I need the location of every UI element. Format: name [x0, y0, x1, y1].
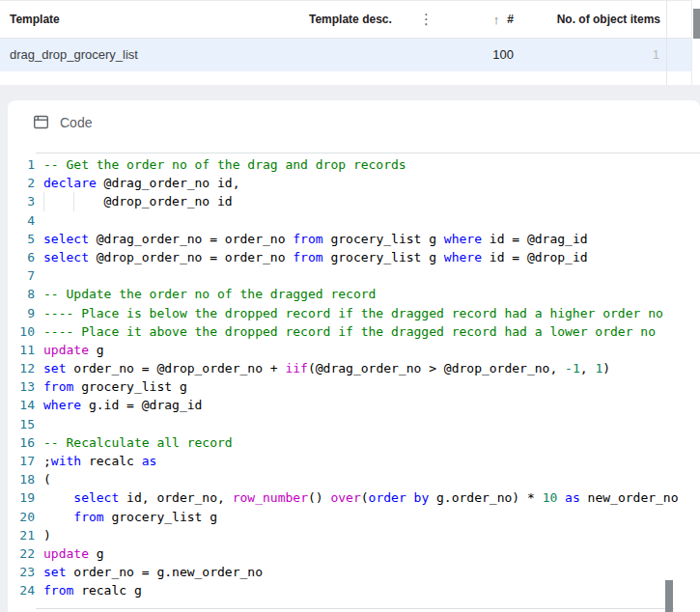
line-number: 18 [8, 470, 43, 488]
code-line[interactable]: 4 [8, 211, 700, 230]
line-number: 17 [8, 452, 43, 470]
editor-scrollbar-thumb[interactable] [665, 580, 673, 612]
code-panel: Code 1-- Get the order no of the drag an… [8, 100, 700, 612]
line-number: 8 [8, 285, 43, 303]
code-line-content: from grocery_list g [43, 508, 217, 526]
code-line[interactable]: 10---- Place it above the dropped record… [8, 322, 700, 341]
code-line-content: ---- Place it above the dropped record i… [43, 322, 656, 341]
code-line[interactable]: 18( [8, 470, 700, 488]
code-line-content: ;with recalc as [43, 452, 156, 470]
code-line-content: ) [43, 526, 51, 544]
code-line[interactable]: 16-- Recalculate all record [8, 433, 700, 452]
line-number: 19 [8, 488, 43, 507]
code-line[interactable]: 5select @drag_order_no = order_no from g… [8, 230, 700, 248]
code-line[interactable]: 3 @drop_order_no id [8, 192, 700, 210]
line-number: 15 [8, 415, 43, 433]
line-number: 5 [8, 230, 43, 248]
code-line[interactable]: 11update g [8, 341, 700, 359]
editor-bottom-border [36, 608, 674, 609]
code-line[interactable]: 6select @drop_order_no = order_no from g… [8, 248, 700, 266]
line-number: 12 [8, 359, 43, 377]
code-line-content: set order_no = g.new_order_no [43, 563, 263, 581]
code-line[interactable]: 21) [8, 526, 700, 544]
sort-ascending-icon[interactable]: ↑ [493, 13, 500, 27]
code-line[interactable]: 9---- Place is below the dropped record … [8, 304, 700, 322]
table-scrollbar-thumb[interactable] [693, 9, 700, 39]
code-line[interactable]: 8-- Update the order no of the dragged r… [8, 285, 700, 303]
column-header-object-items[interactable]: No. of object items [557, 1, 660, 38]
table-header: Template Template desc. ⋮ ↑ # No. of obj… [0, 0, 700, 39]
code-line-content: @drop_order_no id [43, 192, 233, 210]
code-editor[interactable]: 1-- Get the order no of the drag and dro… [8, 153, 700, 606]
line-number: 7 [8, 266, 43, 285]
column-header-number-group: ↑ # [493, 1, 514, 38]
cell-object-items: 1 [653, 39, 659, 71]
code-icon [33, 114, 49, 130]
line-number: 20 [8, 508, 43, 526]
code-line[interactable]: 15 [8, 415, 700, 433]
code-line[interactable]: 13from grocery_list g [8, 377, 700, 396]
code-line-content: -- Get the order no of the drag and drop… [43, 155, 406, 174]
line-number: 22 [8, 544, 43, 563]
table-row[interactable]: drag_drop_grocery_list 100 1 [0, 39, 700, 71]
code-line[interactable]: 24from recalc g [8, 581, 700, 599]
line-number: 16 [8, 433, 43, 452]
code-line[interactable]: 23set order_no = g.new_order_no [8, 563, 700, 581]
column-divider [666, 0, 667, 85]
code-line[interactable]: 22update g [8, 544, 700, 563]
column-menu-icon[interactable]: ⋮ [415, 1, 437, 38]
code-line-content: -- Update the order no of the dragged re… [43, 285, 376, 303]
line-number: 21 [8, 526, 43, 544]
column-header-template-desc[interactable]: Template desc. [309, 1, 392, 38]
line-number: 2 [8, 174, 43, 192]
code-line-content: declare @drag_order_no id, [43, 174, 240, 192]
code-line-content: update g [43, 544, 104, 563]
line-number: 9 [8, 304, 43, 322]
cell-template-name: drag_drop_grocery_list [10, 39, 138, 71]
cell-number: 100 [492, 39, 514, 71]
code-line[interactable]: 19 select id, order_no, row_number() ove… [8, 488, 700, 507]
code-line-content: -- Recalculate all record [43, 433, 233, 452]
line-number: 11 [8, 341, 43, 359]
code-panel-header: Code [33, 114, 92, 130]
line-number: 4 [8, 211, 43, 230]
code-line-content: select @drag_order_no = order_no from gr… [43, 230, 588, 248]
code-line-content: from recalc g [43, 581, 142, 599]
column-header-number[interactable]: # [507, 1, 514, 38]
line-number: 24 [8, 581, 43, 599]
code-line-content: update g [43, 341, 104, 359]
code-line-content: set order_no = @drop_order_no + iif(@dra… [43, 359, 610, 377]
code-line-content: select @drop_order_no = order_no from gr… [43, 248, 588, 266]
code-line[interactable]: 7 [8, 266, 700, 285]
code-line-content: ---- Place is below the dropped record i… [43, 304, 663, 322]
code-line[interactable]: 14where g.id = @drag_id [8, 396, 700, 414]
line-number: 6 [8, 248, 43, 266]
code-line-content: where g.id = @drag_id [43, 396, 202, 414]
table-scrollbar[interactable] [691, 0, 700, 85]
code-line[interactable]: 12set order_no = @drop_order_no + iif(@d… [8, 359, 700, 377]
code-line-content: ( [43, 470, 51, 488]
line-number: 14 [8, 396, 43, 414]
line-number: 13 [8, 377, 43, 396]
code-line-content: select id, order_no, row_number() over(o… [43, 488, 679, 507]
line-number: 10 [8, 322, 43, 341]
code-line[interactable]: 2declare @drag_order_no id, [8, 174, 700, 192]
line-number: 3 [8, 192, 43, 210]
line-number: 23 [8, 563, 43, 581]
code-line[interactable]: 17;with recalc as [8, 452, 700, 470]
code-line-content: from grocery_list g [43, 377, 187, 396]
column-header-template[interactable]: Template [10, 1, 60, 38]
code-line[interactable]: 20 from grocery_list g [8, 508, 700, 526]
line-number: 1 [8, 155, 43, 174]
template-table: Template Template desc. ⋮ ↑ # No. of obj… [0, 0, 700, 85]
panel-title: Code [60, 115, 92, 130]
code-line[interactable]: 1-- Get the order no of the drag and dro… [8, 155, 700, 174]
